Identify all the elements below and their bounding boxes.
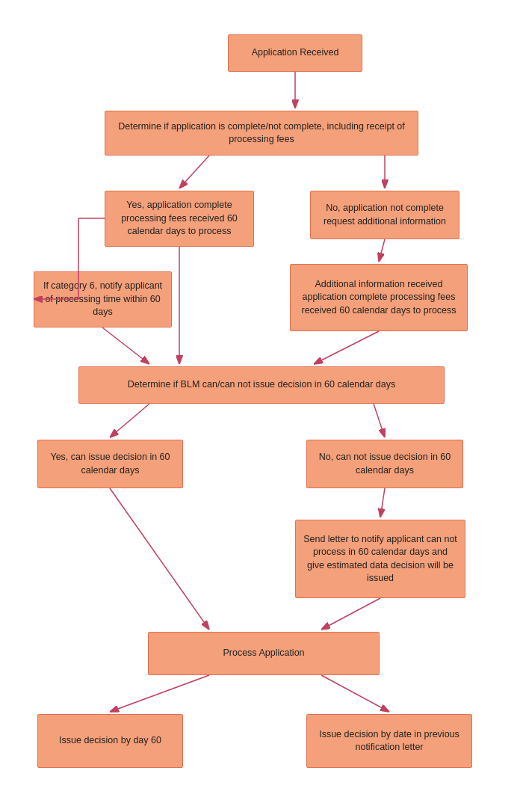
- app-received-label: Application Received: [252, 46, 339, 60]
- determine-complete-box: Determine if application is complete/not…: [105, 111, 418, 156]
- category6-box: If category 6, notify applicant of proce…: [34, 271, 172, 327]
- yes-complete-box: Yes, application complete processing fee…: [105, 191, 254, 247]
- no-complete-label: No, application not complete request add…: [318, 202, 451, 228]
- no-issue-box: No, can not issue decision in 60 calenda…: [306, 440, 463, 488]
- svg-line-12: [374, 404, 385, 437]
- determine-blm-box: Determine if BLM can/can not issue decis…: [78, 366, 445, 404]
- svg-line-17: [321, 675, 389, 712]
- yes-complete-label: Yes, application complete processing fee…: [113, 199, 246, 239]
- no-complete-box: No, application not complete request add…: [310, 191, 459, 239]
- svg-line-9: [102, 327, 149, 364]
- app-received-box: Application Received: [228, 34, 362, 72]
- issue-letter-label: Issue decision by date in previous notif…: [315, 728, 464, 754]
- determine-complete-label: Determine if application is complete/not…: [113, 120, 410, 147]
- additional-info-label: Additional information received applicat…: [298, 278, 459, 318]
- svg-line-11: [110, 404, 149, 437]
- svg-line-15: [321, 598, 380, 630]
- send-letter-label: Send letter to notify applicant can not …: [303, 533, 457, 585]
- issue-letter-box: Issue decision by date in previous notif…: [306, 714, 472, 768]
- yes-issue-box: Yes, can issue decision in 60 calendar d…: [37, 440, 183, 488]
- svg-line-14: [110, 488, 209, 630]
- issue-day60-label: Issue decision by day 60: [59, 734, 161, 748]
- determine-blm-label: Determine if BLM can/can not issue decis…: [128, 378, 396, 392]
- send-letter-box: Send letter to notify applicant can not …: [295, 520, 465, 598]
- flowchart: Application Received Determine if applic…: [0, 0, 523, 812]
- process-app-box: Process Application: [148, 632, 380, 675]
- svg-line-2: [179, 156, 209, 188]
- category6-label: If category 6, notify applicant of proce…: [42, 280, 164, 319]
- additional-info-box: Additional information received applicat…: [290, 264, 468, 331]
- process-app-label: Process Application: [223, 647, 304, 660]
- svg-line-16: [110, 675, 209, 712]
- yes-issue-label: Yes, can issue decision in 60 calendar d…: [46, 451, 175, 477]
- issue-day60-box: Issue decision by day 60: [37, 714, 183, 768]
- svg-line-10: [314, 331, 379, 364]
- svg-line-13: [380, 488, 385, 517]
- svg-line-7: [379, 239, 385, 262]
- no-issue-label: No, can not issue decision in 60 calenda…: [315, 451, 455, 477]
